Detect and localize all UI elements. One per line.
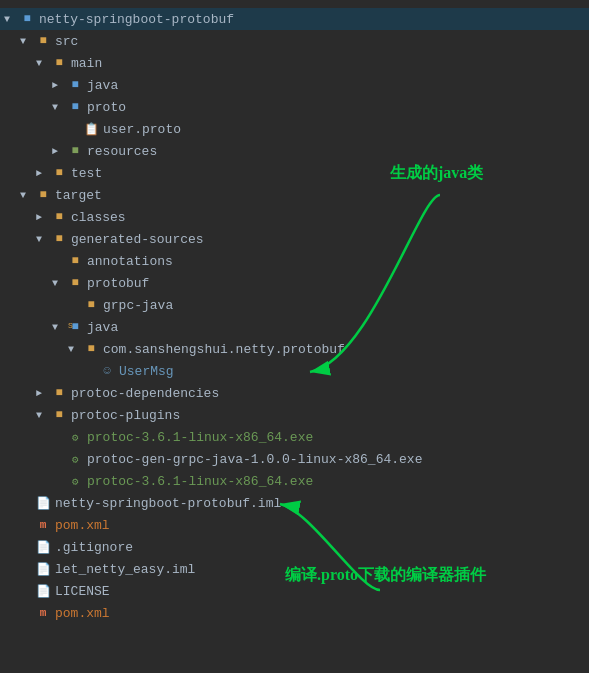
tree-label: user.proto <box>103 122 181 137</box>
tree-item-license[interactable]: 📄 LICENSE <box>0 580 589 602</box>
tree-label: protobuf <box>87 276 149 291</box>
tree-item-java[interactable]: ► ■ java <box>0 74 589 96</box>
tree-item-classes[interactable]: ► ■ classes <box>0 206 589 228</box>
tree-item-annotations[interactable]: ■ annotations <box>0 250 589 272</box>
tree-item-root[interactable]: ▼ ■ netty-springboot-protobuf <box>0 8 589 30</box>
tree-label: netty-springboot-protobuf.iml <box>55 496 281 511</box>
tree-label: java <box>87 320 118 335</box>
tree-label: protoc-dependencies <box>71 386 219 401</box>
tree-label: .gitignore <box>55 540 133 555</box>
folder-blue-icon: ■ <box>18 12 36 26</box>
tree-label: main <box>71 56 102 71</box>
tree-label: classes <box>71 210 126 225</box>
tree-label: generated-sources <box>71 232 204 247</box>
tree-item-pom2[interactable]: m pom.xml <box>0 602 589 624</box>
folder-blue-icon: ■ <box>66 78 84 92</box>
tree-arrow: ▼ <box>20 190 34 201</box>
tree-item-com-pkg[interactable]: ▼ ■ com.sanshengshui.netty.protobuf <box>0 338 589 360</box>
folder-icon: ■ <box>50 232 68 246</box>
tree-arrow: ▼ <box>36 410 50 421</box>
tree-arrow: ▼ <box>52 322 66 333</box>
file-tree: ▼ ■ netty-springboot-protobuf ▼ ■ src ▼ … <box>0 0 589 632</box>
tree-label: src <box>55 34 78 49</box>
tree-item-src[interactable]: ▼ ■ src <box>0 30 589 52</box>
tree-label: protoc-plugins <box>71 408 180 423</box>
tree-item-user-proto[interactable]: 📋 user.proto <box>0 118 589 140</box>
tree-label: pom.xml <box>55 606 110 621</box>
tree-arrow: ► <box>52 80 66 91</box>
tree-label: let_netty_easy.iml <box>55 562 195 577</box>
file-iml-icon: 📄 <box>34 584 52 599</box>
folder-icon: ■ <box>34 34 52 48</box>
file-pom-icon: m <box>34 607 52 619</box>
tree-arrow: ► <box>52 146 66 157</box>
tree-item-test[interactable]: ► ■ test <box>0 162 589 184</box>
folder-pkg-icon: ■ <box>82 342 100 356</box>
file-exec-icon: ⚙ <box>66 453 84 466</box>
tree-label: java <box>87 78 118 93</box>
tree-item-protoc-exec2[interactable]: ⚙ protoc-gen-grpc-java-1.0.0-linux-x86_6… <box>0 448 589 470</box>
tree-label: test <box>71 166 102 181</box>
folder-icon: ■ <box>34 188 52 202</box>
tree-arrow: ▼ <box>36 234 50 245</box>
tree-item-generated-sources[interactable]: ▼ ■ generated-sources <box>0 228 589 250</box>
tree-label: com.sanshengshui.netty.protobuf <box>103 342 345 357</box>
tree-label: pom.xml <box>55 518 110 533</box>
tree-label: netty-springboot-protobuf <box>39 12 234 27</box>
tree-arrow: ▼ <box>52 102 66 113</box>
tree-label: proto <box>87 100 126 115</box>
tree-label: LICENSE <box>55 584 110 599</box>
tree-arrow: ► <box>36 168 50 179</box>
tree-label: UserMsg <box>119 364 174 379</box>
folder-icon: ■ <box>50 210 68 224</box>
file-pom-icon: m <box>34 519 52 531</box>
folder-res-icon: ■ <box>66 144 84 158</box>
file-exec-icon: ⚙ <box>66 431 84 444</box>
file-proto-icon: 📋 <box>82 122 100 137</box>
tree-label: annotations <box>87 254 173 269</box>
tree-item-usermsg[interactable]: ☺ UserMsg <box>0 360 589 382</box>
tree-item-protobuf[interactable]: ▼ ■ protobuf <box>0 272 589 294</box>
folder-icon: ■ <box>82 298 100 312</box>
tree-label: resources <box>87 144 157 159</box>
tree-arrow: ► <box>36 388 50 399</box>
folder-icon: ■ <box>50 56 68 70</box>
tree-arrow: ▼ <box>68 344 82 355</box>
tree-item-protoc-plugins[interactable]: ▼ ■ protoc-plugins <box>0 404 589 426</box>
file-class-icon: ☺ <box>98 364 116 378</box>
file-gitignore-icon: 📄 <box>34 540 52 555</box>
folder-icon: ■ <box>50 386 68 400</box>
tree-label: protoc-3.6.1-linux-x86_64.exe <box>87 430 313 445</box>
folder-src-icon: ■S <box>66 320 84 334</box>
tree-item-iml2[interactable]: 📄 let_netty_easy.iml <box>0 558 589 580</box>
folder-icon: ■ <box>50 166 68 180</box>
tree-item-main[interactable]: ▼ ■ main <box>0 52 589 74</box>
tree-item-protoc-exec3[interactable]: ⚙ protoc-3.6.1-linux-x86_64.exe <box>0 470 589 492</box>
folder-blue-icon: ■ <box>66 100 84 114</box>
file-iml-icon: 📄 <box>34 496 52 511</box>
tree-item-pom1[interactable]: m pom.xml <box>0 514 589 536</box>
tree-item-resources[interactable]: ► ■ resources <box>0 140 589 162</box>
file-iml-icon: 📄 <box>34 562 52 577</box>
tree-item-iml1[interactable]: 📄 netty-springboot-protobuf.iml <box>0 492 589 514</box>
tree-arrow: ▼ <box>52 278 66 289</box>
tree-label: protoc-gen-grpc-java-1.0.0-linux-x86_64.… <box>87 452 422 467</box>
folder-icon: ■ <box>66 254 84 268</box>
tree-item-protoc-deps[interactable]: ► ■ protoc-dependencies <box>0 382 589 404</box>
file-exec-icon: ⚙ <box>66 475 84 488</box>
tree-item-grpc-java[interactable]: ■ grpc-java <box>0 294 589 316</box>
tree-item-gitignore[interactable]: 📄 .gitignore <box>0 536 589 558</box>
tree-label: target <box>55 188 102 203</box>
tree-arrow: ▼ <box>4 14 18 25</box>
tree-arrow: ▼ <box>36 58 50 69</box>
tree-arrow: ► <box>36 212 50 223</box>
tree-label: protoc-3.6.1-linux-x86_64.exe <box>87 474 313 489</box>
tree-item-protoc-exec1[interactable]: ⚙ protoc-3.6.1-linux-x86_64.exe <box>0 426 589 448</box>
folder-icon: ■ <box>66 276 84 290</box>
tree-item-proto[interactable]: ▼ ■ proto <box>0 96 589 118</box>
tree-item-target[interactable]: ▼ ■ target <box>0 184 589 206</box>
tree-arrow: ▼ <box>20 36 34 47</box>
tree-label: grpc-java <box>103 298 173 313</box>
folder-icon: ■ <box>50 408 68 422</box>
tree-item-java2[interactable]: ▼ ■S java <box>0 316 589 338</box>
